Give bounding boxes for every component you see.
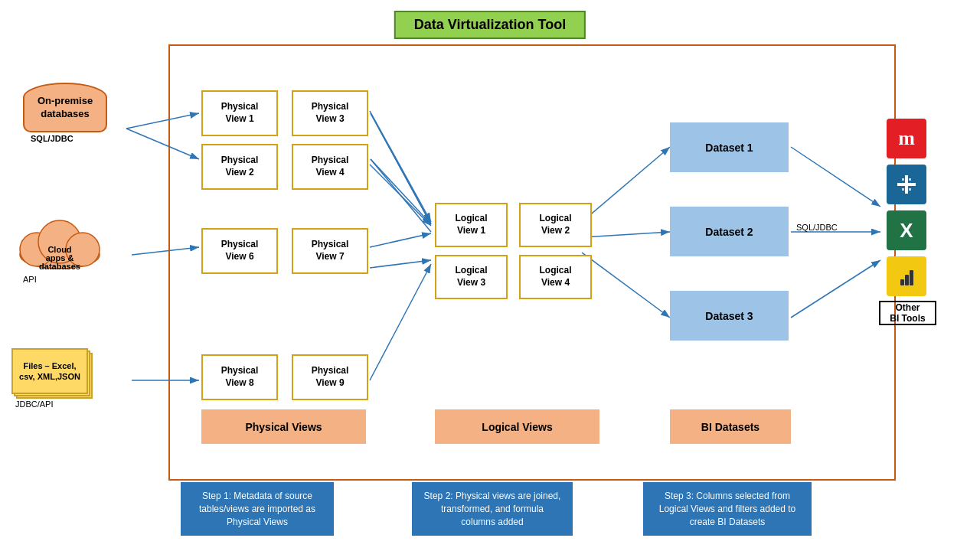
step1-box: Step 1: Metadata of source tables/views … <box>181 482 334 536</box>
lv2-label: LogicalView 2 <box>539 213 571 236</box>
lv1-label: LogicalView 1 <box>455 213 487 236</box>
pv2-label: PhysicalView 2 <box>221 155 259 178</box>
svg-rect-35 <box>910 270 913 285</box>
files-source: Files – Excel,csv, XML,JSON JDBC/API <box>11 348 100 409</box>
step2-box: Step 2: Physical views are joined, trans… <box>412 482 573 536</box>
sqljdbc-label: SQL/JDBC <box>796 223 838 232</box>
title-box: Data Virtualization Tool <box>394 11 586 39</box>
pv1-label: PhysicalView 1 <box>221 101 259 125</box>
powerbi-svg <box>894 264 919 289</box>
svg-rect-32 <box>909 188 911 191</box>
lv3-label: LogicalView 3 <box>455 265 487 289</box>
pv4-label: PhysicalView 4 <box>312 155 349 178</box>
excel-icon: X <box>887 210 926 250</box>
pv6-label: PhysicalView 6 <box>221 239 259 262</box>
tableau-svg <box>894 172 919 197</box>
physical-view-2: PhysicalView 2 <box>201 144 278 190</box>
logical-views-label: Logical Views <box>435 409 599 444</box>
logical-view-2: LogicalView 2 <box>519 203 592 247</box>
files-connection: JDBC/API <box>15 399 100 409</box>
step3-text: Step 3: Columns selected from Logical Vi… <box>659 491 796 527</box>
lv4-label: LogicalView 4 <box>539 265 571 289</box>
physical-view-1: PhysicalView 1 <box>201 90 278 136</box>
svg-rect-30 <box>909 178 911 181</box>
cloud-icon: Cloud apps & databases <box>14 213 106 270</box>
tableau-icon <box>887 165 926 204</box>
svg-text:databases: databases <box>39 262 80 270</box>
svg-rect-28 <box>897 183 916 186</box>
powerbi-icon <box>887 256 926 296</box>
onpremise-icon: On-premisedatabases <box>23 83 107 132</box>
phys-views-text: Physical Views <box>245 421 322 433</box>
bi-datasets-label: BI Datasets <box>670 409 791 444</box>
dataset-3: Dataset 3 <box>670 291 789 341</box>
cloud-source: Cloud apps & databases API <box>14 213 106 284</box>
step2-text: Step 2: Physical views are joined, trans… <box>424 491 561 527</box>
step1-text: Step 1: Metadata of source tables/views … <box>199 491 315 527</box>
files-label: Files – Excel,csv, XML,JSON <box>19 360 80 383</box>
step3-box: Step 3: Columns selected from Logical Vi… <box>643 482 812 536</box>
physical-view-4: PhysicalView 4 <box>292 144 368 190</box>
physical-view-6: PhysicalView 6 <box>201 228 278 274</box>
physical-view-9: PhysicalView 9 <box>292 354 368 400</box>
pv8-label: PhysicalView 8 <box>221 365 259 389</box>
logical-view-4: LogicalView 4 <box>519 255 592 299</box>
pv7-label: PhysicalView 7 <box>312 239 349 262</box>
pv9-label: PhysicalView 9 <box>312 365 349 389</box>
onpremise-source: On-premisedatabases SQL/JDBC <box>23 83 115 143</box>
logical-view-3: LogicalView 3 <box>435 255 508 299</box>
other-bi-label: OtherBI Tools <box>879 301 936 325</box>
svg-rect-34 <box>905 275 909 285</box>
metabase-icon: m <box>887 119 926 158</box>
ds1-label: Dataset 1 <box>705 142 753 154</box>
main-container: Data Virtualization Tool <box>0 0 980 551</box>
onpremise-connection: SQL/JDBC <box>31 134 115 143</box>
dataset-2: Dataset 2 <box>670 207 789 256</box>
svg-rect-31 <box>902 188 904 191</box>
physical-views-label: Physical Views <box>201 409 366 444</box>
ds3-label: Dataset 3 <box>705 310 753 322</box>
physical-view-3: PhysicalView 3 <box>292 90 368 136</box>
svg-rect-33 <box>900 279 904 285</box>
files-icon: Files – Excel,csv, XML,JSON <box>11 348 100 398</box>
svg-rect-29 <box>902 178 904 181</box>
ds2-label: Dataset 2 <box>705 226 753 238</box>
dataset-1: Dataset 1 <box>670 122 789 172</box>
onpremise-label: On-premisedatabases <box>38 95 93 121</box>
bi-datasets-text: BI Datasets <box>701 421 760 433</box>
physical-view-7: PhysicalView 7 <box>292 228 368 274</box>
pv3-label: PhysicalView 3 <box>312 101 349 125</box>
title-text: Data Virtualization Tool <box>414 17 566 32</box>
cloud-connection: API <box>23 275 106 284</box>
log-views-text: Logical Views <box>482 421 552 433</box>
logical-view-1: LogicalView 1 <box>435 203 508 247</box>
physical-view-8: PhysicalView 8 <box>201 354 278 400</box>
